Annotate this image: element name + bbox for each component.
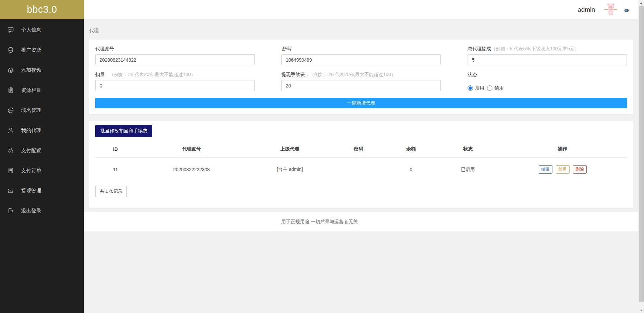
sidebar-item-label: 支付配置: [21, 147, 41, 154]
breadcrumb: 代理: [84, 19, 638, 40]
deduction-input[interactable]: [95, 80, 255, 91]
status-disable-label[interactable]: 禁用: [494, 85, 504, 91]
col-actions: 操作: [498, 140, 627, 158]
sidebar-item-label: 资源栏目: [21, 87, 41, 93]
commission-label: 总代理提成（例如：5 代表5%,下级收入100元拿5元）: [468, 45, 627, 54]
sidebar-item-payment-config[interactable]: ¥ 支付配置: [0, 140, 84, 161]
cell-account: 20200822222308: [136, 158, 247, 182]
sidebar-item-label: 推广资源: [21, 47, 41, 53]
bulk-edit-button[interactable]: 批量修改扣量和手续费: [95, 125, 152, 137]
sidebar-item-promotion-resources[interactable]: 推广资源: [0, 40, 84, 60]
status-enable-label[interactable]: 启用: [475, 85, 484, 91]
col-password: 密码: [332, 140, 384, 158]
col-parent: 上级代理: [247, 140, 332, 158]
sidebar-item-label: 支付订单: [21, 168, 41, 174]
message-icon: [7, 26, 14, 33]
disclaimer-text: 用于正规用途 一切后果与运营者无关: [281, 219, 358, 225]
eye-icon[interactable]: [624, 8, 629, 11]
edit-button[interactable]: 编辑: [539, 165, 552, 174]
sidebar-item-payment-orders[interactable]: ¥ 支付订单: [0, 161, 84, 181]
main-content: 代理 代理账号 密码: 总代理提成（例如：5 代表5%,下级收入100元拿5元）…: [84, 19, 638, 313]
col-status: 状态: [438, 140, 498, 158]
agents-table-card: 批量修改扣量和手续费 ID 代理账号 上级代理 密码 余额 状态 操作: [89, 121, 633, 209]
sidebar-item-resource-category[interactable]: 资源栏目: [0, 80, 84, 100]
record-count-label: 共 1 条记录: [95, 186, 127, 197]
agent-account-input[interactable]: [95, 54, 255, 65]
cell-balance: 0: [384, 158, 438, 182]
password-input[interactable]: [281, 54, 441, 65]
cell-password: [332, 158, 384, 182]
deduction-label: 扣量：（例如：20 代表20%,最大不能超过100）: [95, 71, 255, 80]
deduction-hint: （例如：20 代表20%,最大不能超过100）: [109, 72, 196, 77]
field-deduction: 扣量：（例如：20 代表20%,最大不能超过100）: [95, 71, 255, 91]
field-agent-account: 代理账号: [95, 45, 255, 65]
col-id: ID: [95, 140, 136, 158]
field-withdraw-fee: 提现手续费：（例如：20 代表20%,最大不能超过100）: [281, 71, 441, 91]
commission-input[interactable]: [468, 54, 627, 65]
table-header-row: ID 代理账号 上级代理 密码 余额 状态 操作: [95, 140, 627, 158]
svg-text:¥: ¥: [11, 171, 12, 173]
sidebar-item-label: 退出登录: [21, 208, 41, 214]
commission-hint: （例如：5 代表5%,下级收入100元拿5元）: [491, 46, 579, 51]
ticket-icon: ¥: [7, 187, 14, 194]
field-commission: 总代理提成（例如：5 代表5%,下级收入100元拿5元）: [468, 45, 627, 65]
status-enable-radio[interactable]: [468, 85, 473, 91]
topbar: admin: [84, 0, 638, 19]
table-row: 11 20200822222308 [台主 admin] 0 已启用 编辑 禁用…: [95, 158, 627, 182]
delete-button[interactable]: 删除: [573, 165, 587, 174]
invoice-icon: ¥: [7, 167, 14, 174]
app-logo: bbc3.0: [0, 0, 84, 19]
field-status: 状态 启用 禁用: [468, 71, 627, 91]
status-disable-radio[interactable]: [487, 85, 492, 91]
svg-text:¥: ¥: [10, 190, 11, 192]
sidebar: bbc3.0 个人信息 推广资源 添加视频: [0, 0, 84, 313]
field-password: 密码:: [281, 45, 441, 65]
sidebar-item-domain[interactable]: www 域名管理: [0, 100, 84, 120]
svg-text:¥: ¥: [10, 150, 11, 152]
col-balance: 余额: [384, 140, 438, 158]
database-icon: [7, 47, 14, 53]
user-icon: [7, 127, 14, 134]
cell-id: 11: [95, 158, 136, 182]
withdraw-fee-label: 提现手续费：（例如：20 代表20%,最大不能超过100）: [281, 71, 441, 80]
logout-icon: [7, 207, 14, 214]
sidebar-item-add-video[interactable]: 添加视频: [0, 60, 84, 80]
svg-text:www: www: [8, 109, 13, 111]
sidebar-item-label: 个人信息: [21, 27, 41, 33]
status-label: 状态: [468, 71, 627, 80]
avatar[interactable]: [604, 3, 618, 17]
new-agent-form-card: 代理账号 密码: 总代理提成（例如：5 代表5%,下级收入100元拿5元） 扣量…: [89, 40, 633, 115]
sidebar-item-label: 域名管理: [21, 107, 41, 114]
clipboard-icon: [7, 87, 14, 93]
globe-icon: www: [7, 107, 14, 114]
money-bag-icon: ¥: [7, 147, 14, 154]
footer: 用于正规用途 一切后果与运营者无关: [84, 212, 638, 231]
scroll-up-arrow[interactable]: ▲: [638, 0, 644, 5]
sidebar-item-label: 提现管理: [21, 188, 41, 194]
sidebar-item-my-agents[interactable]: 我的代理: [0, 120, 84, 140]
layers-icon: [7, 67, 14, 73]
withdraw-fee-hint: （例如：20 代表20%,最大不能超过100）: [310, 72, 396, 77]
cell-parent: [台主 admin]: [247, 158, 332, 182]
agent-account-label: 代理账号: [95, 45, 255, 54]
add-agent-button[interactable]: 一键新增代理: [95, 98, 627, 108]
sidebar-item-profile[interactable]: 个人信息: [0, 20, 84, 40]
sidebar-item-label: 我的代理: [21, 127, 41, 134]
agents-table: ID 代理账号 上级代理 密码 余额 状态 操作 11 202008222223…: [95, 140, 627, 181]
username-label: admin: [578, 6, 595, 13]
sidebar-item-label: 添加视频: [21, 67, 41, 73]
sidebar-item-logout[interactable]: 退出登录: [0, 201, 84, 221]
status-badge: 已启用: [438, 158, 498, 182]
col-account: 代理账号: [136, 140, 247, 158]
password-label: 密码:: [281, 45, 441, 54]
disable-button[interactable]: 禁用: [556, 165, 570, 174]
withdraw-fee-input[interactable]: [281, 80, 441, 91]
sidebar-item-withdraw[interactable]: ¥ 提现管理: [0, 181, 84, 201]
scrollbar-thumb[interactable]: [639, 6, 644, 302]
sidebar-menu: 个人信息 推广资源 添加视频 资源栏目 www: [0, 19, 84, 221]
scroll-down-arrow[interactable]: ▼: [638, 308, 644, 313]
cell-actions: 编辑 禁用 删除: [498, 158, 627, 182]
vertical-scrollbar[interactable]: ▲ ▼: [638, 0, 644, 313]
